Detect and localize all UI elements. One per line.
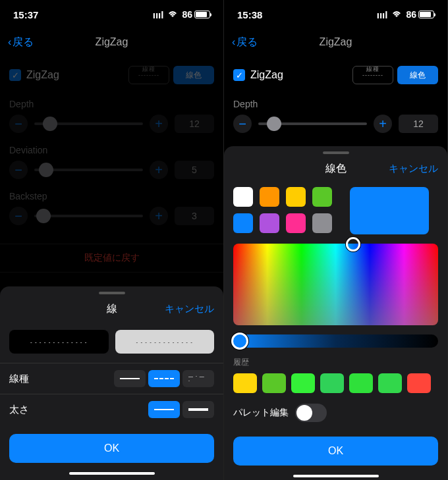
history-swatch[interactable] [262,373,286,393]
swatch-orange[interactable] [260,187,279,207]
history-swatch[interactable] [378,373,402,393]
wifi-icon [391,9,402,20]
plus-button[interactable]: + [150,115,168,133]
indicator-name: ZigZag [26,69,59,81]
screen-left: 15:37 ıııl 86 ‹ 戻る ZigZag ✓ ZigZag [0,0,224,480]
swatch-gray[interactable] [312,213,332,233]
history-label: 履歴 [224,357,447,368]
ok-button[interactable]: OK [9,434,214,463]
history-swatch[interactable] [320,373,344,393]
battery-indicator: 86 [182,9,210,20]
thickness-thin-option[interactable] [148,401,180,418]
sheet-handle[interactable] [323,151,349,154]
status-bar: 15:38 ıııl 86 [224,0,447,29]
cancel-button[interactable]: キャンセル [165,303,214,315]
line-style-sheet: 線 キャンセル - - - - - - - - - - - - - - - - … [0,286,223,480]
swatch-green[interactable] [312,187,332,207]
signal-icon: ıııl [377,9,388,20]
nav-bar: ‹ 戻る ZigZag [0,29,223,55]
battery-indicator: 86 [406,9,434,20]
sheet-title: 線色 [325,162,347,176]
page-title: ZigZag [96,36,128,48]
minus-button[interactable]: − [9,115,28,133]
plus-button[interactable]: + [374,115,392,133]
brightness-slider[interactable] [233,334,438,348]
line-type-button[interactable]: 線種 -------- [128,66,169,84]
line-preview-light[interactable]: - - - - - - - - - - - - - [115,330,215,354]
line-color-button[interactable]: 線色 [173,66,214,84]
back-button[interactable]: ‹ 戻る [224,36,258,49]
indicator-row: ✓ ZigZag 線種 -------- 線色 [233,63,438,87]
swatch-white[interactable] [233,187,253,207]
home-indicator [293,475,379,477]
history-swatches [224,368,447,398]
indicator-checkbox[interactable]: ✓ [9,69,21,81]
swatch-yellow[interactable] [286,187,306,207]
plus-button[interactable]: + [150,161,168,179]
chevron-left-icon: ‹ [232,36,235,48]
swatch-blue[interactable] [233,213,253,233]
indicator-name: ZigZag [250,69,283,81]
gradient-thumb[interactable] [346,237,360,252]
line-type-button[interactable]: 線種 -------- [352,66,393,84]
depth-slider[interactable] [258,122,367,125]
home-indicator [69,472,155,475]
depth-value: 12 [175,115,214,133]
sheet-handle[interactable] [99,292,125,294]
signal-icon: ıııl [153,9,164,20]
reset-defaults-button[interactable]: 既定値に戻す [0,244,223,273]
ok-button[interactable]: OK [233,437,438,466]
color-picker-sheet: 線色 キャンセル [224,146,447,480]
palette-swatches [224,180,447,241]
minus-button[interactable]: − [233,115,252,133]
line-dashed-option[interactable] [148,370,180,387]
param-depth: Depth − + 12 [233,99,438,133]
cancel-button[interactable]: キャンセル [389,163,438,175]
backstep-slider[interactable] [34,215,143,217]
indicator-checkbox[interactable]: ✓ [233,69,245,81]
minus-button[interactable]: − [9,161,28,179]
palette-edit-row: パレット編集 [224,398,447,427]
depth-slider[interactable] [34,122,143,125]
line-color-button[interactable]: 線色 [397,66,438,84]
swatch-purple[interactable] [260,213,279,233]
param-backstep: Backstep − + 3 [9,191,214,225]
page-title: ZigZag [320,36,352,48]
nav-bar: ‹ 戻る ZigZag [224,29,447,55]
brightness-thumb[interactable] [231,333,248,350]
history-swatch[interactable] [233,373,257,393]
plus-button[interactable]: + [150,207,168,225]
line-dashdot-option[interactable]: — · — · [182,370,214,387]
color-gradient-picker[interactable] [233,244,438,325]
thickness-thick-option[interactable] [182,401,214,418]
history-swatch[interactable] [349,373,373,393]
status-time: 15:38 [237,9,262,20]
status-right: ıııl 86 [153,9,210,20]
history-swatch[interactable] [291,373,315,393]
backstep-value: 3 [175,207,214,225]
chevron-left-icon: ‹ [8,36,11,48]
sheet-title: 線 [107,302,117,316]
status-bar: 15:37 ıııl 86 [0,0,223,29]
param-deviation: Deviation − + 5 [9,145,214,179]
history-swatch[interactable] [407,373,431,393]
indicator-row: ✓ ZigZag 線種 -------- 線色 [9,63,214,87]
deviation-value: 5 [175,161,214,179]
minus-button[interactable]: − [9,207,28,225]
thickness-row: 太さ [0,394,223,425]
status-time: 15:37 [13,9,38,20]
line-solid-option[interactable] [114,370,146,387]
status-right: ıııl 86 [377,9,434,20]
palette-edit-toggle[interactable] [295,404,327,422]
back-button[interactable]: ‹ 戻る [0,36,34,49]
line-type-row: 線種 — · — · [0,363,223,394]
screen-right: 15:38 ıııl 86 ‹ 戻る ZigZag ✓ ZigZag [224,0,448,480]
param-depth: Depth − + 12 [9,99,214,133]
wifi-icon [167,9,178,20]
color-preview [350,187,429,234]
deviation-slider[interactable] [34,169,143,171]
depth-value: 12 [399,115,438,133]
line-preview-dark[interactable]: - - - - - - - - - - - - - [9,330,109,354]
swatch-pink[interactable] [286,213,306,233]
